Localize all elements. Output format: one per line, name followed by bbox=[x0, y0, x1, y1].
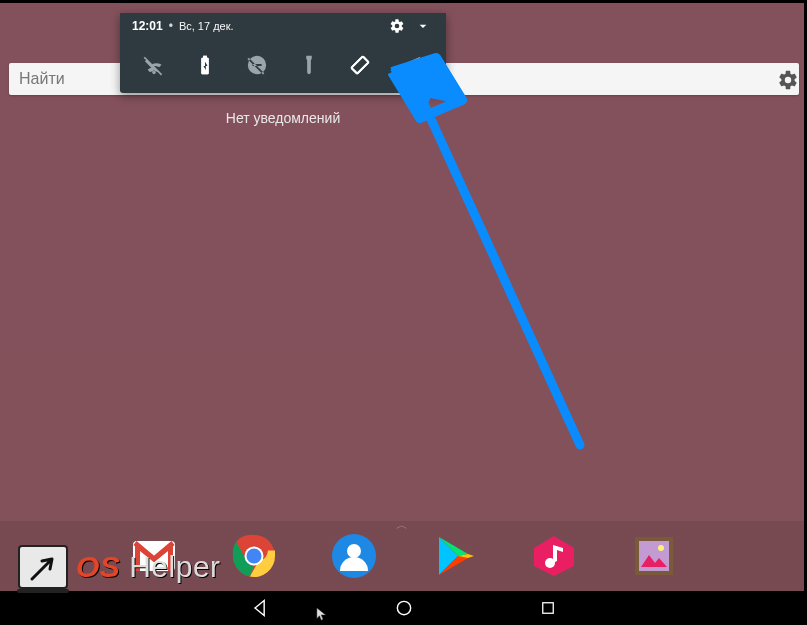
expand-chevron-down-icon[interactable] bbox=[412, 18, 434, 34]
clock-time: 12:01 bbox=[132, 19, 163, 33]
watermark-text: OS Helper bbox=[76, 550, 221, 584]
notif-header: 12:01 • Вс, 17 дек. bbox=[120, 13, 446, 39]
notification-panel[interactable]: 12:01 • Вс, 17 дек. bbox=[120, 13, 446, 93]
svg-point-10 bbox=[397, 601, 410, 614]
watermark-brand-prefix: OS bbox=[76, 550, 120, 583]
svg-point-3 bbox=[246, 549, 261, 564]
svg-point-5 bbox=[347, 544, 361, 558]
gallery-app[interactable] bbox=[631, 533, 677, 579]
play-store-app[interactable] bbox=[431, 533, 477, 579]
battery-charging-icon[interactable] bbox=[188, 48, 222, 82]
flashlight-icon[interactable] bbox=[292, 48, 326, 82]
search-placeholder: Найти bbox=[19, 70, 65, 88]
auto-rotate-icon[interactable] bbox=[343, 48, 377, 82]
quick-settings-row bbox=[120, 39, 446, 91]
mouse-cursor-icon bbox=[316, 607, 330, 621]
svg-rect-11 bbox=[542, 603, 553, 614]
no-notifications-text: Нет уведомлений bbox=[120, 110, 446, 126]
date-label: Вс, 17 дек. bbox=[179, 20, 234, 32]
watermark-brand-suffix: Helper bbox=[120, 550, 220, 583]
music-app[interactable] bbox=[531, 533, 577, 579]
nav-home-icon[interactable] bbox=[392, 596, 416, 620]
watermark-monitor-icon bbox=[18, 545, 68, 589]
location-icon[interactable] bbox=[395, 48, 429, 82]
nav-back-icon[interactable] bbox=[248, 596, 272, 620]
dnd-off-icon[interactable] bbox=[240, 48, 274, 82]
watermark: OS Helper bbox=[18, 545, 221, 589]
svg-point-9 bbox=[658, 545, 664, 551]
search-settings-gear-icon[interactable] bbox=[773, 65, 803, 95]
nav-recent-icon[interactable] bbox=[536, 596, 560, 620]
settings-gear-icon[interactable] bbox=[386, 18, 408, 34]
wifi-off-icon[interactable] bbox=[137, 48, 171, 82]
separator-dot: • bbox=[169, 19, 173, 33]
contacts-app[interactable] bbox=[331, 533, 377, 579]
chrome-app[interactable] bbox=[231, 533, 277, 579]
navigation-bar bbox=[0, 591, 807, 625]
